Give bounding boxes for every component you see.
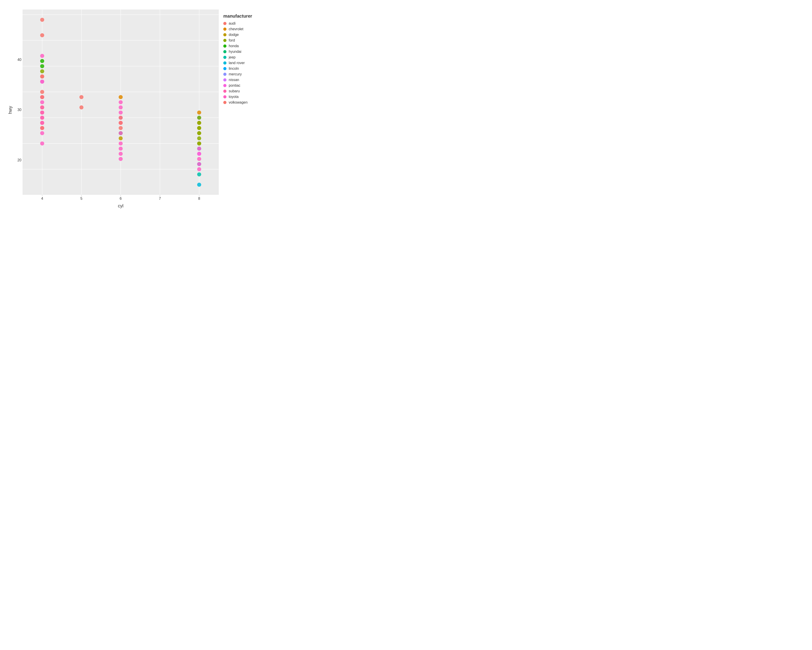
svg-point-60 — [197, 116, 201, 120]
x-tick: 5 — [62, 197, 101, 202]
svg-point-52 — [119, 131, 123, 135]
svg-point-78 — [197, 173, 201, 176]
legend-dot — [223, 90, 226, 93]
legend-item: chevrolet — [223, 27, 262, 31]
svg-point-14 — [40, 18, 44, 22]
legend-label: hyundai — [229, 50, 241, 54]
svg-point-29 — [40, 106, 44, 109]
x-axis-label: cyl — [23, 202, 219, 211]
svg-point-43 — [119, 100, 123, 104]
legend-item: subaru — [223, 89, 262, 93]
legend-label: audi — [229, 21, 235, 26]
legend-label: honda — [229, 44, 239, 48]
legend-dot — [223, 67, 226, 70]
legend-label: jeep — [229, 55, 235, 60]
svg-point-15 — [40, 33, 44, 37]
legend-item: mercury — [223, 72, 262, 76]
legend-dot — [223, 44, 226, 47]
plot-svg-container — [23, 9, 219, 196]
legend-dot — [223, 84, 226, 87]
legend-item: hyundai — [223, 50, 262, 54]
svg-point-24 — [40, 90, 44, 94]
x-tick: 4 — [23, 197, 62, 202]
legend-dot — [223, 56, 226, 59]
legend-title: manufacturer — [223, 14, 262, 19]
svg-point-64 — [197, 126, 201, 130]
legend-item: volkswagen — [223, 101, 262, 104]
legend-items: audi chevrolet dodge ford honda hyundai … — [223, 21, 262, 106]
svg-point-16 — [40, 54, 44, 58]
legend-label: toyota — [229, 95, 239, 99]
legend-item: ford — [223, 38, 262, 43]
legend-dot — [223, 61, 226, 64]
svg-point-42 — [119, 95, 123, 99]
svg-point-55 — [119, 147, 123, 151]
legend-dot — [223, 50, 226, 53]
legend-label: subaru — [229, 89, 240, 93]
plot-main: 45678 cyl — [23, 9, 219, 211]
svg-point-74 — [197, 157, 201, 161]
svg-point-39 — [40, 142, 44, 145]
x-tick: 8 — [180, 197, 219, 202]
svg-point-77 — [197, 167, 201, 171]
svg-point-56 — [119, 151, 123, 156]
legend-dot — [223, 101, 226, 104]
legend-label: dodge — [229, 33, 239, 37]
svg-point-50 — [119, 126, 123, 130]
svg-point-47 — [119, 116, 123, 120]
legend-label: ford — [229, 38, 235, 43]
svg-point-19 — [40, 69, 44, 73]
x-axis-ticks: 45678 — [23, 196, 219, 202]
svg-point-57 — [119, 157, 123, 161]
legend-dot — [223, 73, 226, 76]
svg-point-79 — [197, 183, 201, 187]
legend-dot — [223, 28, 226, 31]
chart-container: hwy 403020 45678 cyl manufacturer audi c… — [5, 5, 266, 212]
svg-point-18 — [40, 64, 44, 68]
legend-dot — [223, 95, 226, 98]
svg-point-66 — [197, 131, 201, 135]
legend-item: land rover — [223, 61, 262, 65]
y-tick: 40 — [14, 58, 21, 62]
svg-point-73 — [197, 151, 201, 156]
svg-point-58 — [197, 110, 201, 115]
svg-point-35 — [40, 121, 44, 125]
svg-point-31 — [40, 110, 44, 115]
svg-point-38 — [40, 131, 44, 135]
plot-with-yaxis: hwy 403020 45678 cyl — [7, 9, 219, 211]
y-axis-label: hwy — [7, 9, 14, 211]
svg-point-44 — [119, 106, 123, 109]
legend-dot — [223, 78, 226, 81]
legend-item: nissan — [223, 78, 262, 82]
legend-label: lincoln — [229, 67, 239, 70]
svg-point-49 — [119, 121, 123, 125]
svg-point-45 — [119, 110, 123, 115]
legend-label: pontiac — [229, 84, 240, 87]
legend-item: lincoln — [223, 67, 262, 70]
legend-item: pontiac — [223, 84, 262, 87]
legend-label: chevrolet — [229, 27, 243, 31]
legend-item: dodge — [223, 33, 262, 37]
svg-point-37 — [40, 126, 44, 130]
svg-point-62 — [197, 121, 201, 125]
svg-point-27 — [40, 100, 44, 104]
scatter-plot — [23, 9, 219, 196]
x-tick: 6 — [101, 197, 140, 202]
svg-point-69 — [197, 142, 201, 145]
legend-dot — [223, 22, 226, 25]
legend-label: mercury — [229, 72, 242, 76]
legend-dot — [223, 39, 226, 42]
legend-item: honda — [223, 44, 262, 48]
legend-item: audi — [223, 21, 262, 26]
x-tick: 7 — [140, 197, 180, 202]
legend-label: nissan — [229, 78, 239, 82]
svg-point-71 — [197, 147, 201, 151]
y-tick: 30 — [14, 108, 21, 112]
svg-point-67 — [197, 136, 201, 141]
legend-label: volkswagen — [229, 101, 248, 104]
svg-point-53 — [119, 136, 123, 141]
svg-point-40 — [79, 95, 84, 99]
svg-point-26 — [40, 95, 44, 99]
legend-dot — [223, 33, 226, 36]
legend-label: land rover — [229, 61, 245, 65]
